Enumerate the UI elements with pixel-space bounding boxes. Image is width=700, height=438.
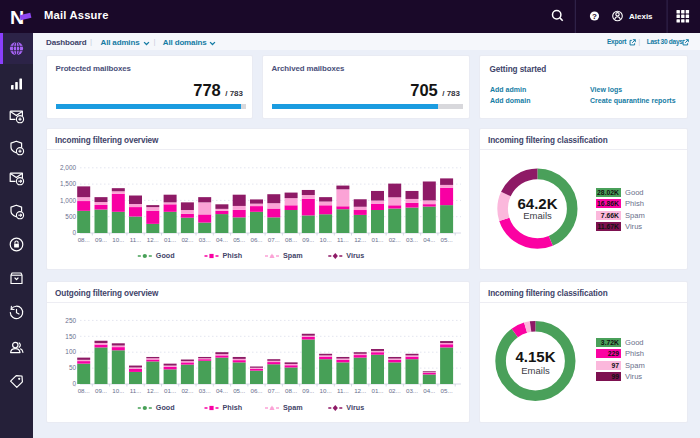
svg-text:01...: 01... bbox=[371, 236, 383, 243]
svg-text:11...: 11... bbox=[130, 387, 142, 394]
svg-text:50: 50 bbox=[69, 364, 77, 371]
svg-text:02...: 02... bbox=[389, 387, 401, 394]
svg-text:Good: Good bbox=[156, 251, 175, 260]
svg-text:1,500: 1,500 bbox=[60, 180, 76, 187]
svg-text:03...: 03... bbox=[406, 236, 418, 243]
svg-text:08...: 08... bbox=[285, 236, 297, 243]
svg-text:11...: 11... bbox=[337, 387, 349, 394]
svg-text:12...: 12... bbox=[354, 236, 366, 243]
svg-text:04...: 04... bbox=[216, 387, 228, 394]
svg-text:06...: 06... bbox=[250, 236, 262, 243]
svg-text:08...: 08... bbox=[78, 387, 90, 394]
svg-text:02...: 02... bbox=[181, 387, 193, 394]
svg-text:12...: 12... bbox=[354, 387, 366, 394]
svg-text:0: 0 bbox=[72, 229, 76, 236]
svg-text:12...: 12... bbox=[147, 387, 159, 394]
svg-text:10...: 10... bbox=[112, 387, 124, 394]
svg-text:Good: Good bbox=[156, 403, 175, 412]
svg-text:05...: 05... bbox=[441, 236, 453, 243]
svg-text:03...: 03... bbox=[199, 236, 211, 243]
svg-text:11...: 11... bbox=[337, 236, 349, 243]
svg-text:Spam: Spam bbox=[283, 251, 303, 260]
svg-text:12...: 12... bbox=[147, 236, 159, 243]
svg-text:Spam: Spam bbox=[283, 403, 303, 412]
svg-text:10...: 10... bbox=[112, 236, 124, 243]
svg-text:04...: 04... bbox=[216, 236, 228, 243]
svg-text:03...: 03... bbox=[406, 387, 418, 394]
svg-text:10...: 10... bbox=[320, 387, 332, 394]
svg-text:100: 100 bbox=[65, 348, 76, 355]
svg-text:01...: 01... bbox=[164, 387, 176, 394]
svg-text:Phish: Phish bbox=[223, 403, 243, 412]
svg-text:Virus: Virus bbox=[346, 403, 364, 412]
svg-text:02...: 02... bbox=[389, 236, 401, 243]
svg-text:04...: 04... bbox=[423, 387, 435, 394]
svg-text:250: 250 bbox=[65, 317, 76, 324]
svg-text:08...: 08... bbox=[78, 236, 90, 243]
svg-text:09...: 09... bbox=[95, 236, 107, 243]
svg-text:2,000: 2,000 bbox=[60, 164, 76, 171]
svg-text:10...: 10... bbox=[320, 236, 332, 243]
svg-text:07...: 07... bbox=[268, 387, 280, 394]
svg-text:03...: 03... bbox=[199, 387, 211, 394]
svg-text:09...: 09... bbox=[302, 387, 314, 394]
svg-text:04...: 04... bbox=[423, 236, 435, 243]
svg-text:?: ? bbox=[592, 12, 597, 21]
svg-text:06...: 06... bbox=[250, 387, 262, 394]
svg-text:150: 150 bbox=[65, 333, 76, 340]
svg-text:500: 500 bbox=[65, 213, 76, 220]
svg-text:Alexis: Alexis bbox=[629, 12, 653, 21]
svg-text:09...: 09... bbox=[302, 236, 314, 243]
svg-text:08...: 08... bbox=[285, 387, 297, 394]
svg-text:1,000: 1,000 bbox=[60, 197, 76, 204]
svg-text:0: 0 bbox=[72, 380, 76, 387]
svg-text:01...: 01... bbox=[371, 387, 383, 394]
svg-text:Phish: Phish bbox=[223, 251, 243, 260]
svg-text:07...: 07... bbox=[268, 236, 280, 243]
svg-text:11...: 11... bbox=[130, 236, 142, 243]
svg-text:09...: 09... bbox=[95, 387, 107, 394]
svg-text:Virus: Virus bbox=[346, 251, 364, 260]
svg-text:05...: 05... bbox=[233, 387, 245, 394]
svg-text:05...: 05... bbox=[441, 387, 453, 394]
svg-text:02...: 02... bbox=[181, 236, 193, 243]
svg-text:01...: 01... bbox=[164, 236, 176, 243]
svg-text:05...: 05... bbox=[233, 236, 245, 243]
